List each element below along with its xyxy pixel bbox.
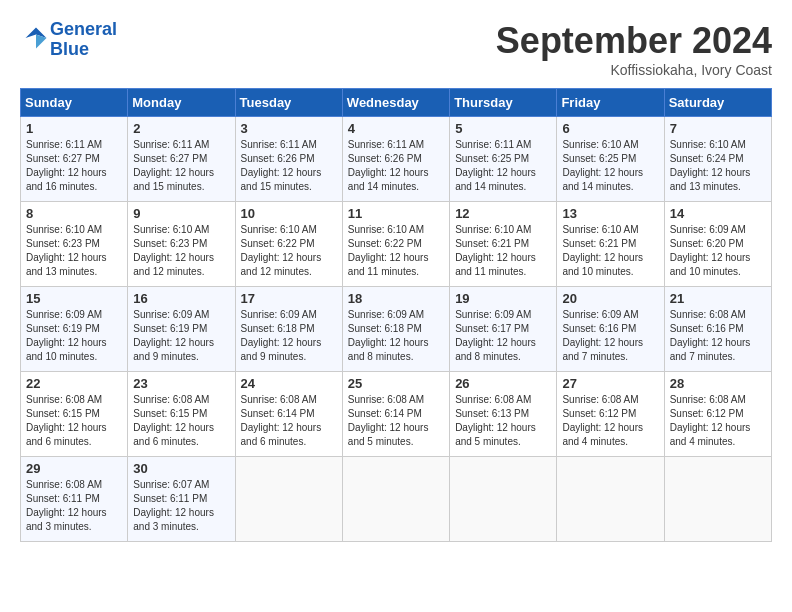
calendar-week-2: 8Sunrise: 6:10 AM Sunset: 6:23 PM Daylig… <box>21 202 772 287</box>
day-number: 26 <box>455 376 551 391</box>
weekday-header-friday: Friday <box>557 89 664 117</box>
day-number: 11 <box>348 206 444 221</box>
calendar-cell: 17Sunrise: 6:09 AM Sunset: 6:18 PM Dayli… <box>235 287 342 372</box>
calendar-cell: 21Sunrise: 6:08 AM Sunset: 6:16 PM Dayli… <box>664 287 771 372</box>
day-number: 23 <box>133 376 229 391</box>
cell-content: Sunrise: 6:08 AM Sunset: 6:13 PM Dayligh… <box>455 393 551 449</box>
calendar-table: SundayMondayTuesdayWednesdayThursdayFrid… <box>20 88 772 542</box>
logo-blue: Blue <box>50 40 117 60</box>
calendar-cell: 1Sunrise: 6:11 AM Sunset: 6:27 PM Daylig… <box>21 117 128 202</box>
day-number: 1 <box>26 121 122 136</box>
page-header: General Blue September 2024 Koffissiokah… <box>20 20 772 78</box>
cell-content: Sunrise: 6:10 AM Sunset: 6:21 PM Dayligh… <box>562 223 658 279</box>
cell-content: Sunrise: 6:07 AM Sunset: 6:11 PM Dayligh… <box>133 478 229 534</box>
cell-content: Sunrise: 6:11 AM Sunset: 6:25 PM Dayligh… <box>455 138 551 194</box>
calendar-cell: 15Sunrise: 6:09 AM Sunset: 6:19 PM Dayli… <box>21 287 128 372</box>
cell-content: Sunrise: 6:10 AM Sunset: 6:21 PM Dayligh… <box>455 223 551 279</box>
calendar-cell: 3Sunrise: 6:11 AM Sunset: 6:26 PM Daylig… <box>235 117 342 202</box>
calendar-cell: 24Sunrise: 6:08 AM Sunset: 6:14 PM Dayli… <box>235 372 342 457</box>
day-number: 13 <box>562 206 658 221</box>
cell-content: Sunrise: 6:09 AM Sunset: 6:18 PM Dayligh… <box>348 308 444 364</box>
cell-content: Sunrise: 6:11 AM Sunset: 6:26 PM Dayligh… <box>241 138 337 194</box>
calendar-cell: 13Sunrise: 6:10 AM Sunset: 6:21 PM Dayli… <box>557 202 664 287</box>
calendar-cell: 7Sunrise: 6:10 AM Sunset: 6:24 PM Daylig… <box>664 117 771 202</box>
cell-content: Sunrise: 6:09 AM Sunset: 6:16 PM Dayligh… <box>562 308 658 364</box>
cell-content: Sunrise: 6:11 AM Sunset: 6:27 PM Dayligh… <box>133 138 229 194</box>
calendar-week-5: 29Sunrise: 6:08 AM Sunset: 6:11 PM Dayli… <box>21 457 772 542</box>
calendar-cell: 29Sunrise: 6:08 AM Sunset: 6:11 PM Dayli… <box>21 457 128 542</box>
calendar-cell: 5Sunrise: 6:11 AM Sunset: 6:25 PM Daylig… <box>450 117 557 202</box>
weekday-header-monday: Monday <box>128 89 235 117</box>
calendar-cell: 18Sunrise: 6:09 AM Sunset: 6:18 PM Dayli… <box>342 287 449 372</box>
day-number: 28 <box>670 376 766 391</box>
day-number: 9 <box>133 206 229 221</box>
day-number: 30 <box>133 461 229 476</box>
calendar-cell <box>342 457 449 542</box>
location: Koffissiokaha, Ivory Coast <box>496 62 772 78</box>
day-number: 22 <box>26 376 122 391</box>
weekday-header-tuesday: Tuesday <box>235 89 342 117</box>
day-number: 16 <box>133 291 229 306</box>
day-number: 10 <box>241 206 337 221</box>
calendar-cell <box>664 457 771 542</box>
weekday-header-sunday: Sunday <box>21 89 128 117</box>
calendar-cell: 16Sunrise: 6:09 AM Sunset: 6:19 PM Dayli… <box>128 287 235 372</box>
day-number: 7 <box>670 121 766 136</box>
calendar-week-4: 22Sunrise: 6:08 AM Sunset: 6:15 PM Dayli… <box>21 372 772 457</box>
cell-content: Sunrise: 6:09 AM Sunset: 6:17 PM Dayligh… <box>455 308 551 364</box>
cell-content: Sunrise: 6:08 AM Sunset: 6:11 PM Dayligh… <box>26 478 122 534</box>
calendar-cell: 6Sunrise: 6:10 AM Sunset: 6:25 PM Daylig… <box>557 117 664 202</box>
cell-content: Sunrise: 6:08 AM Sunset: 6:15 PM Dayligh… <box>26 393 122 449</box>
day-number: 15 <box>26 291 122 306</box>
calendar-cell: 20Sunrise: 6:09 AM Sunset: 6:16 PM Dayli… <box>557 287 664 372</box>
day-number: 5 <box>455 121 551 136</box>
cell-content: Sunrise: 6:08 AM Sunset: 6:16 PM Dayligh… <box>670 308 766 364</box>
month-title: September 2024 <box>496 20 772 62</box>
title-block: September 2024 Koffissiokaha, Ivory Coas… <box>496 20 772 78</box>
day-number: 6 <box>562 121 658 136</box>
logo: General Blue <box>20 20 117 60</box>
cell-content: Sunrise: 6:08 AM Sunset: 6:12 PM Dayligh… <box>562 393 658 449</box>
day-number: 20 <box>562 291 658 306</box>
day-number: 4 <box>348 121 444 136</box>
calendar-cell: 2Sunrise: 6:11 AM Sunset: 6:27 PM Daylig… <box>128 117 235 202</box>
calendar-cell: 9Sunrise: 6:10 AM Sunset: 6:23 PM Daylig… <box>128 202 235 287</box>
cell-content: Sunrise: 6:10 AM Sunset: 6:25 PM Dayligh… <box>562 138 658 194</box>
day-number: 18 <box>348 291 444 306</box>
calendar-week-3: 15Sunrise: 6:09 AM Sunset: 6:19 PM Dayli… <box>21 287 772 372</box>
day-number: 14 <box>670 206 766 221</box>
day-number: 8 <box>26 206 122 221</box>
day-number: 29 <box>26 461 122 476</box>
calendar-cell: 10Sunrise: 6:10 AM Sunset: 6:22 PM Dayli… <box>235 202 342 287</box>
day-number: 19 <box>455 291 551 306</box>
cell-content: Sunrise: 6:09 AM Sunset: 6:19 PM Dayligh… <box>26 308 122 364</box>
logo-icon <box>22 24 50 52</box>
cell-content: Sunrise: 6:08 AM Sunset: 6:12 PM Dayligh… <box>670 393 766 449</box>
calendar-week-1: 1Sunrise: 6:11 AM Sunset: 6:27 PM Daylig… <box>21 117 772 202</box>
calendar-cell: 23Sunrise: 6:08 AM Sunset: 6:15 PM Dayli… <box>128 372 235 457</box>
cell-content: Sunrise: 6:08 AM Sunset: 6:14 PM Dayligh… <box>348 393 444 449</box>
calendar-cell: 27Sunrise: 6:08 AM Sunset: 6:12 PM Dayli… <box>557 372 664 457</box>
day-number: 24 <box>241 376 337 391</box>
calendar-cell <box>450 457 557 542</box>
cell-content: Sunrise: 6:08 AM Sunset: 6:15 PM Dayligh… <box>133 393 229 449</box>
day-number: 17 <box>241 291 337 306</box>
cell-content: Sunrise: 6:09 AM Sunset: 6:18 PM Dayligh… <box>241 308 337 364</box>
day-number: 27 <box>562 376 658 391</box>
cell-content: Sunrise: 6:09 AM Sunset: 6:19 PM Dayligh… <box>133 308 229 364</box>
weekday-header-thursday: Thursday <box>450 89 557 117</box>
calendar-cell: 25Sunrise: 6:08 AM Sunset: 6:14 PM Dayli… <box>342 372 449 457</box>
cell-content: Sunrise: 6:11 AM Sunset: 6:27 PM Dayligh… <box>26 138 122 194</box>
calendar-cell: 26Sunrise: 6:08 AM Sunset: 6:13 PM Dayli… <box>450 372 557 457</box>
cell-content: Sunrise: 6:10 AM Sunset: 6:24 PM Dayligh… <box>670 138 766 194</box>
calendar-cell <box>235 457 342 542</box>
day-number: 21 <box>670 291 766 306</box>
day-number: 3 <box>241 121 337 136</box>
cell-content: Sunrise: 6:10 AM Sunset: 6:22 PM Dayligh… <box>241 223 337 279</box>
cell-content: Sunrise: 6:08 AM Sunset: 6:14 PM Dayligh… <box>241 393 337 449</box>
calendar-cell: 12Sunrise: 6:10 AM Sunset: 6:21 PM Dayli… <box>450 202 557 287</box>
calendar-cell <box>557 457 664 542</box>
cell-content: Sunrise: 6:10 AM Sunset: 6:23 PM Dayligh… <box>133 223 229 279</box>
calendar-cell: 19Sunrise: 6:09 AM Sunset: 6:17 PM Dayli… <box>450 287 557 372</box>
calendar-cell: 11Sunrise: 6:10 AM Sunset: 6:22 PM Dayli… <box>342 202 449 287</box>
